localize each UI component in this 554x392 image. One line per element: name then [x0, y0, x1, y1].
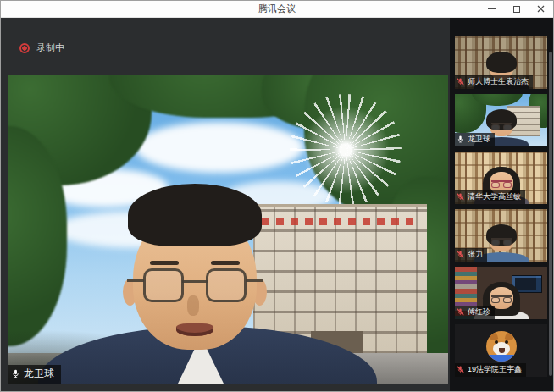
participant-name: 清华大学高丝敏: [468, 191, 521, 202]
maximize-icon: [513, 6, 520, 13]
speaker-glasses: [143, 268, 184, 302]
participant-name: 师大博士生袁治杰: [468, 76, 529, 87]
speaker-hair: [128, 184, 262, 246]
record-dot-icon: [19, 43, 30, 53]
dog-eye: [495, 340, 498, 344]
mic-muted-icon: [457, 366, 464, 373]
speaker-glasses: [206, 268, 247, 302]
participant-name: 傅红珍: [468, 306, 490, 317]
dog-eye: [505, 340, 508, 344]
close-button[interactable]: [529, 1, 553, 17]
participant-name-tag: 傅红珍: [455, 306, 495, 319]
participant-name: 龙卫球: [468, 134, 490, 145]
participant-name-tag: 龙卫球: [455, 133, 495, 146]
dog-mouth: [499, 348, 505, 353]
mic-muted-icon: [457, 308, 464, 316]
main-speaker-name: 龙卫球: [24, 367, 54, 381]
participant-name-tag: 19法学院王宇鑫: [455, 363, 526, 377]
participant-thumbnail[interactable]: 清华大学高丝敏: [455, 152, 547, 204]
participant-thumbnail[interactable]: 傅红珍: [455, 267, 547, 319]
participant-name-tag: 清华大学高丝敏: [455, 190, 525, 204]
main-speaker-video[interactable]: 龙卫球: [8, 75, 448, 384]
participant-hair: [486, 52, 517, 73]
meeting-window: 腾讯会议 录制中: [0, 0, 554, 392]
glasses-temple: [127, 279, 144, 282]
minimize-icon: [488, 8, 496, 9]
glasses-bridge: [182, 280, 208, 283]
recording-indicator[interactable]: 录制中: [19, 41, 64, 54]
participant-thumbnail-active[interactable]: 龙卫球: [455, 94, 547, 146]
mic-icon: [11, 369, 20, 378]
maximize-button[interactable]: [504, 1, 529, 17]
minimize-button[interactable]: [479, 1, 504, 17]
mic-icon: [457, 135, 464, 143]
participant-glasses: [491, 123, 512, 129]
mic-muted-icon: [457, 78, 464, 86]
speaker-eyebrow: [211, 261, 240, 265]
participant-name-tag: 师大博士生袁治杰: [455, 75, 533, 89]
window-controls: [479, 1, 553, 17]
speaker-mouth: [176, 323, 213, 336]
mic-muted-icon: [457, 193, 464, 201]
participant-glasses: [491, 180, 512, 186]
participant-thumbnail[interactable]: 张力: [455, 209, 547, 262]
participant-thumbnail[interactable]: 19法学院王宇鑫: [455, 324, 547, 377]
sidebar-scrollbar[interactable]: [549, 52, 552, 376]
meeting-app-body: 录制中: [1, 18, 553, 391]
title-bar[interactable]: 腾讯会议: [1, 1, 553, 18]
recording-label: 录制中: [36, 41, 64, 54]
speaker-eyebrow: [150, 261, 179, 265]
main-speaker-name-tag: 龙卫球: [8, 365, 61, 384]
participant-glasses: [491, 238, 512, 244]
participant-name: 张力: [468, 249, 483, 260]
glasses-temple: [246, 279, 263, 282]
speaker-nose: [187, 295, 199, 316]
participant-glasses: [491, 295, 512, 301]
main-stage: 录制中: [1, 18, 450, 391]
mic-muted-icon: [457, 251, 464, 258]
close-icon: [537, 5, 545, 13]
participant-thumbnail[interactable]: 师大博士生袁治杰: [455, 36, 547, 89]
window-title: 腾讯会议: [1, 3, 553, 15]
participant-name-tag: 张力: [455, 248, 487, 262]
avatar: [486, 331, 517, 362]
speaker-figure: [8, 75, 448, 384]
participant-name: 19法学院王宇鑫: [468, 364, 522, 375]
participants-sidebar: 师大博士生袁治杰: [450, 18, 553, 391]
